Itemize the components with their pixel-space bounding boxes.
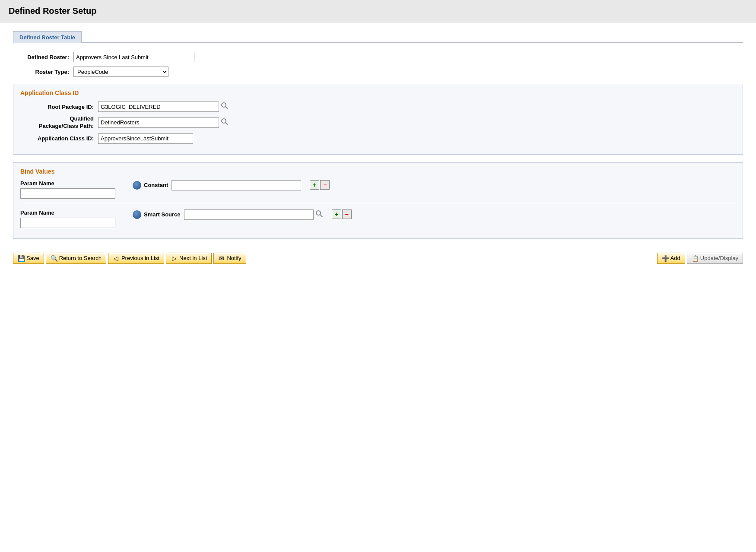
bind-row1-type-input[interactable] (172, 180, 301, 190)
bind-row1-type-label: Constant (144, 182, 168, 188)
svg-line-5 (320, 215, 322, 217)
previous-in-list-label: Previous in List (121, 255, 159, 261)
bind-row2-input-group (184, 209, 323, 220)
application-class-title: Application Class ID (20, 89, 736, 96)
search-icon (221, 102, 229, 110)
bind-row2-add-btn[interactable]: + (332, 209, 341, 219)
return-to-search-button[interactable]: 🔍 Return to Search (46, 253, 106, 264)
tab-bar: Defined Roster Table (13, 31, 743, 43)
qualified-package-input-group (98, 117, 229, 128)
root-package-input[interactable] (98, 102, 219, 112)
bind-row-1: Param Name Constant + − (20, 180, 736, 199)
next-list-icon: ▷ (171, 255, 178, 262)
defined-roster-label: Defined Roster: (13, 54, 73, 60)
bind-divider (20, 204, 736, 204)
page-title: Defined Roster Setup (9, 6, 96, 16)
add-icon: ➕ (662, 255, 669, 262)
qualified-package-row: QualifiedPackage/Class Path: (20, 115, 736, 130)
svg-line-3 (226, 123, 228, 125)
qualified-package-search-btn[interactable] (221, 118, 229, 127)
root-package-row: Root Package ID: (20, 102, 736, 112)
next-in-list-label: Next in List (179, 255, 207, 261)
save-label: Save (26, 255, 39, 261)
bind-row2-type-indicator (133, 210, 141, 219)
notify-button[interactable]: ✉ Notify (213, 253, 246, 264)
toolbar-right: ➕ Add 📋 Update/Display (657, 253, 743, 264)
root-package-input-group (98, 102, 229, 112)
return-to-search-label: Return to Search (59, 255, 102, 261)
bind-row2-type-label: Smart Source (144, 211, 181, 218)
defined-roster-input[interactable] (73, 52, 194, 62)
bind-row1-actions: + − (310, 180, 330, 190)
defined-roster-row: Defined Roster: (13, 52, 743, 62)
notify-label: Notify (227, 255, 241, 261)
roster-type-label: Roster Type: (13, 69, 73, 75)
bind-values-title: Bind Values (20, 168, 736, 175)
application-class-section: Application Class ID Root Package ID: Qu… (13, 84, 743, 155)
bind-row-2: Param Name Smart Source (20, 209, 736, 228)
update-display-label: Update/Display (700, 255, 738, 261)
update-display-button[interactable]: 📋 Update/Display (687, 253, 743, 264)
bind-row2-search-btn[interactable] (315, 210, 323, 219)
next-in-list-button[interactable]: ▷ Next in List (166, 253, 212, 264)
svg-line-1 (226, 107, 228, 109)
return-search-icon: 🔍 (51, 255, 57, 262)
search-icon-3 (315, 210, 323, 218)
notify-icon: ✉ (218, 255, 225, 262)
save-button[interactable]: 💾 Save (13, 253, 44, 264)
bind-row1-name-col: Param Name (20, 180, 133, 199)
search-icon-2 (221, 118, 229, 126)
root-package-search-btn[interactable] (221, 102, 229, 111)
bind-row1-param-label: Param Name (20, 180, 133, 187)
bind-row1-add-btn[interactable]: + (310, 180, 319, 190)
add-label: Add (670, 255, 680, 261)
bind-row1-type-indicator (133, 181, 141, 190)
form-section: Defined Roster: Roster Type: PeopleCode (13, 52, 743, 77)
qualified-package-input[interactable] (98, 117, 219, 128)
update-display-icon: 📋 (692, 255, 699, 262)
bind-row1-type-col: Constant (133, 180, 301, 190)
bind-values-section: Bind Values Param Name Constant + − (13, 162, 743, 239)
qualified-package-label: QualifiedPackage/Class Path: (20, 115, 98, 130)
bind-row2-remove-btn[interactable]: − (342, 209, 352, 219)
bind-row1-remove-btn[interactable]: − (320, 180, 330, 190)
bind-row2-name-col: Param Name (20, 209, 133, 228)
bind-row1-param-input[interactable] (20, 188, 115, 199)
bind-row2-param-input[interactable] (20, 218, 115, 228)
bind-row2-type-col: Smart Source (133, 209, 323, 220)
previous-in-list-button[interactable]: ◁ Previous in List (108, 253, 164, 264)
roster-type-select[interactable]: PeopleCode (73, 67, 168, 77)
page-header: Defined Roster Setup (0, 0, 756, 22)
root-package-label: Root Package ID: (20, 104, 98, 110)
bind-row2-actions: + − (332, 209, 353, 219)
roster-type-row: Roster Type: PeopleCode (13, 67, 743, 77)
save-icon: 💾 (18, 255, 25, 262)
tab-defined-roster-table[interactable]: Defined Roster Table (13, 31, 82, 43)
bind-row2-param-label: Param Name (20, 209, 133, 216)
app-class-id-label: Application Class ID: (20, 135, 98, 142)
toolbar: 💾 Save 🔍 Return to Search ◁ Previous in … (13, 247, 743, 270)
add-button[interactable]: ➕ Add (657, 253, 685, 264)
app-class-id-row: Application Class ID: (20, 133, 736, 144)
bind-row2-type-input[interactable] (184, 209, 314, 220)
app-class-id-input[interactable] (98, 133, 193, 144)
prev-list-icon: ◁ (113, 255, 120, 262)
